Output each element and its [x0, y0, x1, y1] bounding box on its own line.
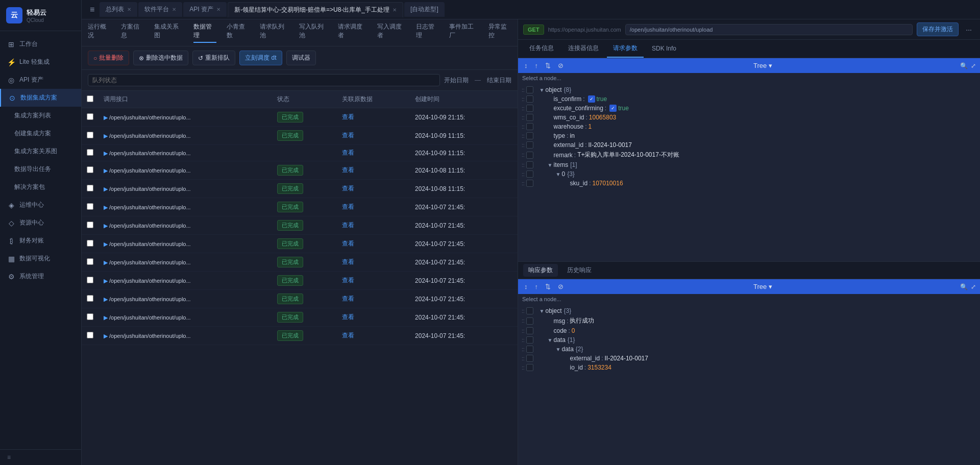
batch-delete-button[interactable]: ○ 批量删除 [88, 51, 129, 65]
drag-handle-5[interactable]: :: [520, 356, 526, 361]
row-checkbox-10[interactable] [82, 290, 99, 308]
drag-handle-3[interactable]: :: [520, 337, 526, 343]
node-cb-4[interactable] [526, 346, 533, 353]
row-cb-10[interactable] [87, 295, 93, 302]
node-cb-7[interactable] [526, 152, 533, 159]
subnav-datamgmt[interactable]: 数据管理 [193, 22, 216, 43]
ref-link-0[interactable]: 查看 [342, 113, 354, 120]
select-all-checkbox[interactable] [87, 95, 93, 102]
tab-api-assets[interactable]: API 资产 ✕ [183, 2, 227, 17]
tab-connector-info[interactable]: 连接器信息 [562, 40, 605, 58]
sidebar-bottom-toggle[interactable]: ≡ [0, 449, 81, 465]
row-ref-0[interactable]: 查看 [337, 108, 410, 127]
sidebar-item-solution[interactable]: 解决方案包 [0, 178, 81, 196]
ref-link-8[interactable]: 查看 [342, 258, 354, 265]
sidebar-item-ops[interactable]: ◈ 运维中心 [0, 196, 81, 214]
node-cb-8[interactable] [526, 161, 533, 168]
node-cb-5[interactable] [526, 132, 533, 139]
ref-link-11[interactable]: 查看 [342, 313, 354, 321]
row-ref-4[interactable]: 查看 [337, 180, 410, 198]
row-cb-11[interactable] [87, 313, 93, 320]
drag-handle-4[interactable]: :: [520, 347, 526, 352]
tree-expand-all-btn[interactable]: ↕ [522, 61, 530, 70]
tab-sdk-info[interactable]: SDK Info [646, 41, 682, 57]
subnav-reqqueue[interactable]: 请求队列池 [260, 22, 288, 43]
ref-link-5[interactable]: 查看 [342, 203, 354, 210]
drag-handle-7[interactable]: :: [520, 152, 526, 158]
node-cb-1[interactable] [526, 317, 533, 325]
row-checkbox-0[interactable] [82, 108, 99, 127]
ref-link-12[interactable]: 查看 [342, 332, 354, 339]
tab-auto[interactable]: [自动差型] [404, 2, 445, 17]
resp-tree-filter-btn[interactable]: ⊘ [556, 282, 566, 291]
resp-tree-expand-btn[interactable]: ↕ [522, 282, 530, 291]
requeue-button[interactable]: ↺ 重新排队 [192, 51, 235, 65]
drag-handle-6[interactable]: :: [520, 365, 526, 371]
row-ref-12[interactable]: 查看 [337, 327, 410, 345]
subnav-overview[interactable]: 运行概况 [88, 22, 111, 43]
row-ref-9[interactable]: 查看 [337, 272, 410, 290]
row-cb-5[interactable] [87, 203, 93, 210]
tab-software-close[interactable]: ✕ [172, 7, 176, 12]
subnav-eventfactory[interactable]: 事件加工厂 [449, 22, 478, 43]
tab-main-task[interactable]: 新-领星结算中心-交易明细-赔偿单=>U8-出库单_手工处理 ✕ [228, 2, 403, 17]
drag-handle-1[interactable]: :: [520, 318, 526, 324]
tab-total-list-close[interactable]: ✕ [127, 7, 131, 12]
row-ref-2[interactable]: 查看 [337, 145, 410, 161]
arrow-4[interactable]: ▼ [556, 347, 561, 352]
more-options-button[interactable]: ··· [963, 23, 975, 36]
row-checkbox-6[interactable] [82, 216, 99, 235]
tab-software[interactable]: 软件平台 ✕ [138, 2, 182, 17]
row-cb-6[interactable] [87, 222, 93, 228]
drag-handle-8[interactable]: :: [520, 162, 526, 168]
drag-handle-0[interactable]: :: [520, 308, 526, 314]
row-checkbox-8[interactable] [82, 253, 99, 272]
row-checkbox-11[interactable] [82, 308, 99, 327]
row-ref-1[interactable]: 查看 [337, 127, 410, 145]
subnav-exception[interactable]: 异常监控 [488, 22, 511, 43]
arrow-0[interactable]: ▼ [540, 87, 545, 93]
arrow-0[interactable]: ▼ [540, 308, 545, 314]
drag-handle-3[interactable]: :: [520, 115, 526, 120]
sidebar-item-list[interactable]: 集成方案列表 [0, 107, 81, 125]
row-ref-8[interactable]: 查看 [337, 253, 410, 272]
sidebar-item-workbench[interactable]: ⊞ 工作台 [0, 35, 81, 53]
tree-sort2-btn[interactable]: ⇅ [543, 61, 553, 70]
row-cb-2[interactable] [87, 149, 93, 156]
ref-link-1[interactable]: 查看 [342, 132, 354, 139]
row-ref-11[interactable]: 查看 [337, 308, 410, 327]
row-ref-7[interactable]: 查看 [337, 235, 410, 253]
row-checkbox-1[interactable] [82, 127, 99, 145]
subnav-schema[interactable]: 方案信息 [121, 22, 144, 43]
row-ref-6[interactable]: 查看 [337, 216, 410, 235]
node-cb-1[interactable] [526, 95, 533, 103]
arrow-8[interactable]: ▼ [548, 162, 553, 168]
sidebar-item-api[interactable]: ◎ API 资产 [0, 71, 81, 89]
row-checkbox-2[interactable] [82, 145, 99, 161]
subnav-writescheduler[interactable]: 写入调度者 [377, 22, 406, 43]
tab-request-params[interactable]: 请求参数 [607, 40, 644, 58]
node-cb-6[interactable] [526, 364, 533, 371]
resp-tree-sort2-btn[interactable]: ⇅ [543, 282, 553, 291]
tab-task-info[interactable]: 任务信息 [523, 40, 560, 58]
url-path-input[interactable] [625, 24, 913, 35]
row-cb-9[interactable] [87, 277, 93, 283]
arrow-9[interactable]: ▼ [556, 172, 561, 177]
node-cb-0[interactable] [526, 86, 533, 93]
row-cb-8[interactable] [87, 258, 93, 265]
row-cb-12[interactable] [87, 332, 93, 338]
node-cb-4[interactable] [526, 123, 533, 130]
subnav-writequeue[interactable]: 写入队列池 [299, 22, 328, 43]
drag-handle-9[interactable]: :: [520, 172, 526, 177]
tree-sort-btn[interactable]: ↑ [533, 61, 541, 70]
node-cb-2[interactable] [526, 327, 533, 334]
sidebar-item-data-integration[interactable]: ⊙ 数据集成方案 [0, 89, 81, 107]
schedule-button[interactable]: 立刻调度 dt [239, 51, 282, 65]
row-ref-10[interactable]: 查看 [337, 290, 410, 308]
row-cb-7[interactable] [87, 240, 93, 247]
request-tree-select-node[interactable]: Select a node... [518, 73, 980, 83]
status-filter[interactable] [88, 74, 440, 86]
response-tree-select-node[interactable]: Select a node... [518, 294, 980, 304]
row-cb-1[interactable] [87, 132, 93, 138]
row-checkbox-3[interactable] [82, 161, 99, 180]
